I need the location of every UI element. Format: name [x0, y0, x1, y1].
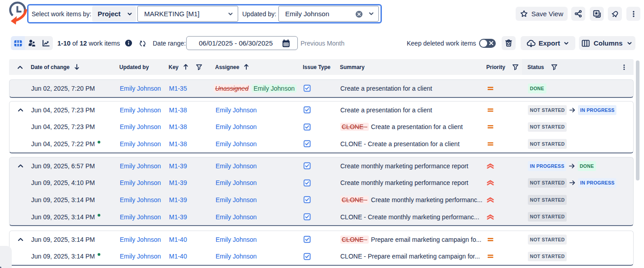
updated-by-label: Updated by:	[242, 10, 277, 18]
saved-views-button[interactable]	[590, 7, 604, 21]
work-item-key-link[interactable]: M1-39	[169, 162, 187, 170]
updated-by-link[interactable]: Emily Johnson	[120, 179, 161, 186]
deleted-items-button[interactable]	[502, 36, 516, 50]
filter-updated-by-value: Emily Johnson	[285, 10, 329, 18]
chevron-down-icon	[368, 10, 375, 17]
work-item-key-link[interactable]: M1-39	[169, 179, 187, 186]
assignee-link[interactable]: Emily Johnson	[216, 213, 257, 221]
updated-by-link[interactable]: Emily Johnson	[120, 123, 161, 130]
collapse-group-button[interactable]	[15, 157, 26, 175]
issue-type-cell	[303, 208, 311, 226]
updated-by-link[interactable]: Emily Johnson	[120, 213, 161, 221]
filter-updated-by-select[interactable]: Emily Johnson	[278, 6, 379, 22]
priority-cell	[487, 191, 494, 208]
summary-text: Create a presentation for a client	[371, 123, 463, 130]
notifications-button[interactable]	[608, 7, 622, 21]
work-item-key-link[interactable]: M1-38	[169, 140, 187, 148]
assignee-link[interactable]: Emily Johnson	[216, 123, 257, 130]
filter-mode-select[interactable]: Project	[92, 6, 136, 22]
work-item-key-link[interactable]: M1-35	[169, 85, 187, 92]
key-cell: M1-40	[169, 248, 187, 265]
collapse-group-button[interactable]	[15, 231, 26, 248]
view-chart-button[interactable]	[39, 36, 53, 50]
summary-removed-prefix: CLONE -	[340, 196, 369, 204]
priority-highest-icon	[487, 179, 494, 186]
refresh-icon[interactable]	[138, 39, 147, 48]
table-row: Jun 09, 2025, 3:14 PMEmily JohnsonM1-39E…	[9, 208, 633, 226]
column-header-summary[interactable]: Summary	[340, 59, 365, 75]
updated-by-link[interactable]: Emily Johnson	[120, 236, 161, 243]
new-change-dot	[98, 214, 100, 217]
updated-by-link[interactable]: Emily Johnson	[120, 106, 161, 114]
filter-funnel-icon[interactable]	[512, 64, 519, 70]
filter-project-select[interactable]: MARKETING [M1]	[137, 6, 238, 22]
vertical-scrollbar-thumb[interactable]	[636, 60, 639, 180]
assignee-link[interactable]: Emily Johnson	[216, 253, 257, 260]
status-cell: NOT STARTED	[528, 135, 567, 152]
date-of-change-cell: Jun 09, 2025, 6:57 PM	[31, 157, 95, 175]
summary-cell: CLONE - Create monthly marketing perform…	[340, 208, 479, 226]
column-header-updated-by[interactable]: Updated by	[119, 59, 149, 75]
updated-by-link[interactable]: Emily Johnson	[120, 162, 161, 170]
collapse-group-button[interactable]	[15, 102, 26, 119]
export-button[interactable]: Export	[521, 36, 575, 50]
table-header-kebab-icon[interactable]	[621, 64, 627, 70]
date-of-change-cell: Jun 09, 2025, 3:14 PM	[31, 191, 95, 208]
collapse-all-icon[interactable]	[17, 65, 23, 69]
updated-by-link[interactable]: Emily Johnson	[120, 85, 161, 92]
view-people-button[interactable]	[25, 36, 39, 50]
save-view-button[interactable]: Save View	[516, 7, 568, 21]
date-range-input[interactable]: 06/01/2025 - 06/30/2025	[186, 36, 298, 50]
assignee-link[interactable]: Emily Johnson	[216, 196, 257, 203]
updated-by-cell: Emily Johnson	[120, 119, 161, 136]
key-cell: M1-38	[169, 135, 187, 152]
more-actions-button[interactable]	[626, 7, 640, 21]
assignee-link[interactable]: Emily Johnson	[216, 162, 257, 170]
issue-type-task-icon	[303, 196, 311, 203]
share-button[interactable]	[571, 7, 585, 21]
work-item-key-link[interactable]: M1-40	[169, 253, 187, 260]
work-item-key-link[interactable]: M1-39	[169, 213, 187, 221]
column-header-assignee[interactable]: Assignee	[215, 59, 249, 75]
toggle-knob	[480, 40, 487, 47]
work-item-key-link[interactable]: M1-40	[169, 236, 187, 243]
chevron-down-icon	[127, 11, 133, 17]
date-range-value: 06/01/2025 - 06/30/2025	[199, 39, 273, 47]
column-header-key[interactable]: Key	[169, 59, 202, 75]
priority-medium-icon	[487, 123, 494, 130]
status-cell: IN PROGRESSDONE	[528, 157, 596, 175]
column-header-status[interactable]: Status	[527, 59, 558, 75]
chevron-down-icon	[563, 40, 569, 46]
corner-widget	[0, 246, 12, 268]
column-header-date[interactable]: Date of change	[31, 59, 80, 75]
assignee-link[interactable]: Emily Johnson	[216, 179, 257, 186]
key-cell: M1-39	[169, 175, 187, 192]
updated-by-link[interactable]: Emily Johnson	[120, 140, 161, 148]
priority-highest-icon	[487, 213, 494, 221]
filter-funnel-icon[interactable]	[551, 64, 558, 70]
previous-month-link[interactable]: Previous Month	[301, 36, 344, 50]
column-header-priority[interactable]: Priority	[486, 59, 519, 75]
keep-deleted-toggle[interactable]	[479, 39, 496, 48]
filter-panel: Select work items by: Project MARKETING …	[27, 4, 382, 23]
filter-funnel-icon[interactable]	[196, 64, 202, 70]
column-header-issue-type[interactable]: Issue Type	[303, 59, 330, 75]
work-item-key-link[interactable]: M1-38	[169, 123, 187, 130]
updated-by-link[interactable]: Emily Johnson	[120, 253, 161, 260]
clear-filter-icon[interactable]	[355, 10, 363, 18]
priority-cell	[487, 119, 494, 136]
info-icon[interactable]	[125, 39, 132, 47]
updated-by-link[interactable]: Emily Johnson	[120, 196, 161, 203]
view-grid-button[interactable]	[11, 36, 25, 50]
assignee-link[interactable]: Emily Johnson	[216, 140, 257, 148]
table-row: Jun 04, 2025, 7:23 PMEmily JohnsonM1-38E…	[9, 119, 633, 136]
assignee-link[interactable]: Emily Johnson	[216, 236, 257, 243]
key-cell: M1-39	[169, 208, 187, 226]
work-item-key-link[interactable]: M1-39	[169, 196, 187, 203]
key-cell: M1-39	[169, 191, 187, 208]
summary-cell: CLONE -Create monthly marketing performa…	[340, 191, 482, 208]
summary-cell: CLONE - Prepare email marketing campaign…	[340, 248, 480, 265]
work-item-key-link[interactable]: M1-38	[169, 106, 187, 114]
assignee-link[interactable]: Emily Johnson	[216, 106, 257, 114]
columns-button[interactable]: Columns	[579, 36, 635, 50]
